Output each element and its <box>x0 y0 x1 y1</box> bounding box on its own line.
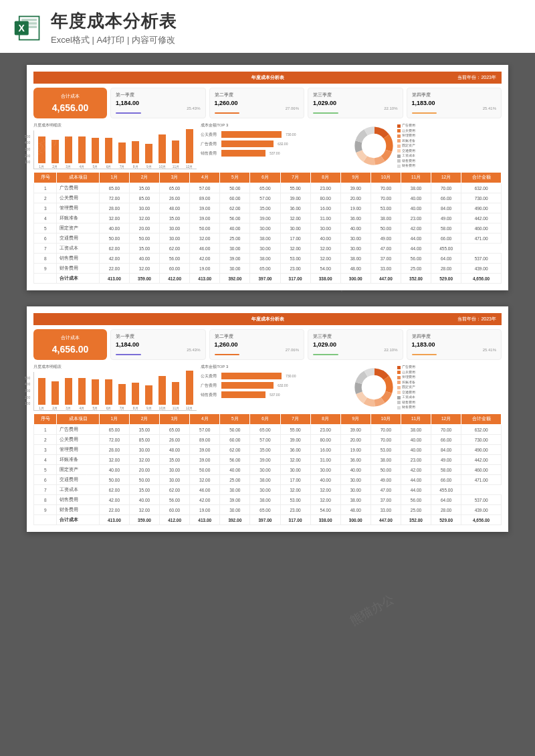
quarter-pct: 25.43% <box>116 348 201 352</box>
table-cell: 42.00 <box>401 223 431 233</box>
legend-swatch <box>397 371 401 374</box>
table-cell: 39.00 <box>220 495 250 505</box>
table-header: 4月 <box>190 414 220 425</box>
table-sum-cell: 300.00 <box>340 515 370 525</box>
table-cell: 65.00 <box>250 425 280 435</box>
table-cell: 36.00 <box>280 445 310 455</box>
table-cell: 62.00 <box>99 485 129 495</box>
quarter-label: 第四季度 <box>412 92 497 98</box>
bar <box>172 382 179 405</box>
table-cell: 62.00 <box>220 445 250 455</box>
table-cell: 固定资产 <box>57 465 99 475</box>
quarter-pct: 27.06% <box>215 348 300 352</box>
quarter-pct: 22.10% <box>313 348 398 352</box>
table-cell: 19.00 <box>190 264 220 274</box>
bar-col: 2月 <box>49 381 61 410</box>
bar-col: 3月 <box>62 136 74 169</box>
table-cell: 38.00 <box>401 183 431 193</box>
table-cell: 56.00 <box>401 254 431 264</box>
table-cell: 1 <box>34 425 57 435</box>
bar <box>158 134 166 163</box>
table-cell: 47.00 <box>370 485 401 495</box>
table-cell: 30.00 <box>129 203 159 213</box>
table-cell: 44.00 <box>401 233 431 244</box>
bar <box>118 384 126 405</box>
table-cell: 40.00 <box>310 475 340 485</box>
table-cell: 23.00 <box>310 183 340 193</box>
bar <box>65 136 72 163</box>
table-row: 9财务费用22.0032.0060.0019.0030.0065.0023.00… <box>34 505 502 515</box>
hbar-chart-title: 成本金额TOP 3 <box>201 122 349 128</box>
table-cell: 17.00 <box>280 475 310 485</box>
bar-label: 1月 <box>39 165 44 169</box>
table-cell: 39.00 <box>190 455 220 465</box>
table-cell: 58.00 <box>431 465 461 475</box>
table-cell: 65.00 <box>250 264 280 274</box>
table-cell: 30.00 <box>250 465 280 475</box>
table-cell: 85.00 <box>129 193 159 203</box>
total-cost-card: 合计成本4,656.00 <box>33 329 107 360</box>
table-sum-cell: 352.00 <box>401 515 431 525</box>
legend-swatch <box>397 366 401 369</box>
table-header: 成本项目 <box>57 173 99 183</box>
legend-swatch <box>397 139 401 143</box>
quarter-value: 1,260.00 <box>215 341 300 348</box>
quarter-label: 第一季度 <box>116 333 201 340</box>
table-sum-cell: 529.00 <box>431 274 461 284</box>
table-cell: 537.00 <box>461 495 502 505</box>
table-cell: 50.00 <box>190 223 220 233</box>
table-cell: 财务费用 <box>57 264 99 274</box>
table-cell: 44.00 <box>401 485 431 495</box>
table-cell: 35.00 <box>160 213 190 223</box>
table-header: 合计金额 <box>461 414 502 425</box>
legend-item: 销售费用 <box>397 159 415 164</box>
bar <box>186 371 193 405</box>
hbar-value: 632.00 <box>278 142 288 146</box>
table-cell: 40.00 <box>310 233 340 244</box>
table-cell: 47.00 <box>370 244 401 254</box>
bar <box>145 385 152 405</box>
table-header: 5月 <box>220 414 250 425</box>
table-cell: 62.00 <box>220 203 250 213</box>
table-cell: 22.00 <box>99 505 129 515</box>
table-cell: 40.00 <box>99 465 129 475</box>
table-cell: 32.00 <box>99 213 129 223</box>
table-cell: 25.00 <box>220 233 250 244</box>
table-cell: 53.00 <box>370 445 401 455</box>
table-sum-cell: 317.00 <box>280 515 310 525</box>
bar-col: 11月 <box>170 140 182 169</box>
table-cell: 19.00 <box>340 445 370 455</box>
legend-label: 工资成本 <box>402 395 415 400</box>
table-cell: 439.00 <box>461 505 502 515</box>
bar-col: 10月 <box>156 134 169 169</box>
legend-swatch <box>397 149 401 153</box>
legend-swatch <box>397 391 401 394</box>
table-header: 12月 <box>431 414 461 425</box>
legend-label: 公关费用 <box>402 128 415 134</box>
legend-swatch <box>397 401 401 404</box>
table-cell: 38.00 <box>250 475 280 485</box>
table-row: 2公关费用72.0085.0026.0089.0060.0057.0039.00… <box>34 435 502 445</box>
bar-label: 6月 <box>106 165 112 169</box>
table-row: 1广告费用65.0035.0065.0057.0050.0065.0055.00… <box>34 183 502 193</box>
table-cell: 31.00 <box>310 455 340 465</box>
year-label: 当前年份：2023年 <box>457 74 496 81</box>
table-cell: 48.00 <box>340 264 370 274</box>
table-sum-cell: 447.00 <box>370 274 401 284</box>
legend-swatch <box>397 376 401 379</box>
legend-label: 财务费用 <box>402 163 415 169</box>
hbar-row: 广告费用632.00 <box>201 140 349 147</box>
quarter-pct: 27.06% <box>215 106 300 110</box>
legend-label: 交通费用 <box>402 149 415 154</box>
hbar <box>221 150 265 157</box>
table-cell: 30.00 <box>340 244 370 254</box>
table-cell: 60.00 <box>160 505 190 515</box>
page-header: X 年度成本分析表 Excel格式 | A4打印 | 内容可修改 <box>0 0 535 53</box>
table-cell: 65.00 <box>250 183 280 193</box>
table-cell: 66.00 <box>431 193 461 203</box>
bar-col: 12月 <box>183 129 195 169</box>
table-row: 7工资成本62.0035.0062.0046.0030.0030.0032.00… <box>34 244 502 254</box>
table-cell: 42.00 <box>401 465 431 475</box>
legend-label: 广告费用 <box>402 123 415 128</box>
table-cell: 35.00 <box>129 244 159 254</box>
